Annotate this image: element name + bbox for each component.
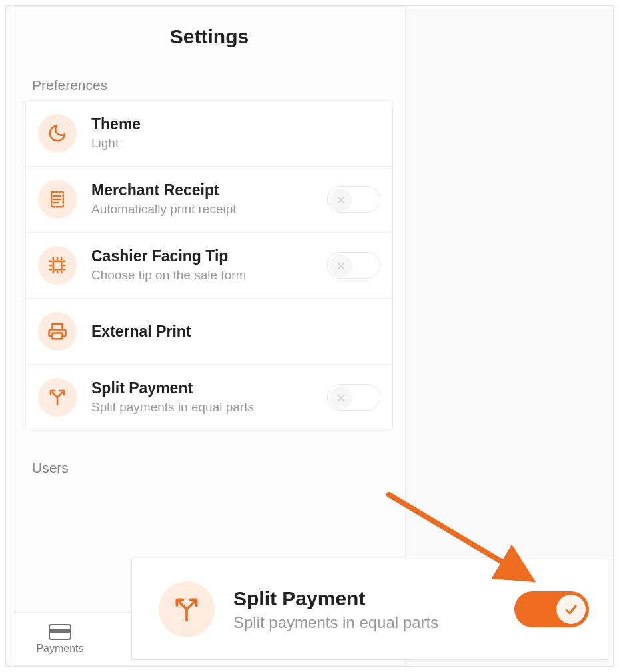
callout-title: Split Payment (233, 586, 514, 611)
chip-icon (38, 246, 77, 285)
row-merchant-receipt[interactable]: Merchant Receipt Automatically print rec… (26, 167, 392, 233)
row-title: Merchant Receipt (91, 181, 327, 200)
page-frame: Settings Preferences Theme Light (5, 5, 614, 667)
card-icon (20, 624, 100, 640)
moon-icon (38, 114, 77, 153)
row-theme[interactable]: Theme Light (26, 101, 392, 167)
split-icon (159, 581, 215, 637)
row-text: Theme Light (91, 115, 380, 151)
svg-rect-25 (49, 629, 71, 633)
split-icon (38, 378, 77, 417)
row-external-print[interactable]: External Print (26, 299, 392, 365)
callout-text: Split Payment Split payments in equal pa… (233, 586, 514, 633)
svg-rect-21 (53, 333, 63, 339)
printer-icon (38, 312, 77, 351)
row-split-payment[interactable]: Split Payment Split payments in equal pa… (26, 365, 392, 430)
check-icon (556, 595, 586, 624)
svg-rect-6 (53, 261, 62, 270)
row-text: External Print (91, 322, 380, 341)
row-text: Cashier Facing Tip Choose tip on the sal… (91, 247, 327, 283)
section-label-preferences: Preferences (32, 77, 405, 93)
preferences-card: Theme Light Merchant Receipt Automatic (25, 100, 393, 431)
row-text: Merchant Receipt Automatically print rec… (91, 181, 327, 217)
close-icon (330, 255, 352, 277)
callout-sub: Split payments in equal parts (233, 612, 440, 633)
row-sub: Split payments in equal parts (91, 399, 327, 416)
row-title: External Print (91, 322, 380, 341)
toggle-merchant-receipt[interactable] (327, 186, 380, 213)
close-icon (330, 387, 352, 409)
row-title: Cashier Facing Tip (91, 247, 327, 266)
section-label-users: Users (32, 460, 405, 476)
toggle-split-payment[interactable] (327, 384, 380, 411)
row-sub: Light (91, 135, 380, 152)
toggle-cashier-tip[interactable] (327, 252, 380, 279)
close-icon (330, 189, 352, 211)
receipt-icon (38, 180, 77, 219)
nav-item-payments[interactable]: Payments (20, 624, 100, 655)
page-title: Settings (13, 25, 405, 48)
row-title: Split Payment (91, 379, 327, 398)
toggle-split-payment-on[interactable] (514, 591, 589, 627)
row-sub: Choose tip on the sale form (91, 267, 327, 284)
row-text: Split Payment Split payments in equal pa… (91, 379, 327, 415)
row-sub: Automatically print receipt (91, 201, 327, 218)
row-title: Theme (91, 115, 380, 134)
nav-item-label: Payments (20, 643, 100, 655)
row-cashier-tip[interactable]: Cashier Facing Tip Choose tip on the sal… (26, 233, 392, 299)
callout-split-payment: Split Payment Split payments in equal pa… (131, 559, 608, 660)
